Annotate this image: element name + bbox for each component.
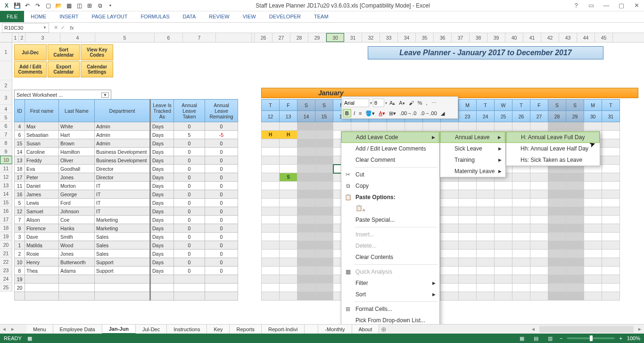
- calendar-cell[interactable]: [315, 250, 333, 258]
- calendar-cell[interactable]: [262, 284, 280, 292]
- calendar-cell[interactable]: [477, 267, 495, 275]
- calendar-cell[interactable]: [441, 284, 459, 292]
- calendar-cell[interactable]: [280, 275, 297, 284]
- calendar-cell[interactable]: [495, 122, 512, 131]
- table-row[interactable]: 8TheaAdamsSupportDays00: [15, 267, 238, 275]
- name-box-dropdown-icon[interactable]: ▼: [43, 25, 47, 30]
- menu-item[interactable]: H: Annual Leave Full Day: [506, 132, 600, 143]
- calendar-cell[interactable]: [297, 292, 315, 301]
- col-header[interactable]: 39: [487, 33, 505, 42]
- increase-font-icon[interactable]: A▴: [388, 100, 396, 106]
- sheet-tab[interactable]: Jan-Jun: [102, 325, 136, 334]
- calendar-cell[interactable]: [495, 250, 512, 258]
- maximize-icon[interactable]: ▢: [616, 2, 627, 9]
- col-header[interactable]: 37: [452, 33, 470, 42]
- calendar-cell[interactable]: [459, 275, 477, 284]
- calendar-cell[interactable]: [477, 233, 495, 241]
- new-icon[interactable]: ▢: [43, 1, 53, 10]
- row-header[interactable]: 21: [0, 249, 12, 258]
- calendar-cell[interactable]: [280, 250, 297, 258]
- calendar-cell[interactable]: [602, 131, 620, 139]
- comma-icon[interactable]: ,: [424, 100, 429, 106]
- calendar-cell[interactable]: [530, 216, 548, 224]
- calendar-cell[interactable]: [315, 139, 333, 148]
- table-row[interactable]: 13FreddyOliverBusiness DevelopmentDays00: [15, 156, 238, 165]
- calendar-cell[interactable]: [459, 207, 477, 216]
- cal-date-header[interactable]: 24: [477, 111, 495, 122]
- row-header[interactable]: 2: [0, 80, 12, 91]
- col-header[interactable]: [216, 33, 252, 42]
- zoom-level[interactable]: 100%: [627, 335, 640, 341]
- calendar-cell[interactable]: [602, 182, 620, 190]
- calendar-cell[interactable]: [495, 233, 512, 241]
- calendar-cell[interactable]: [512, 267, 530, 275]
- export-calendar-button[interactable]: Export Calendar: [48, 61, 80, 77]
- align-icon[interactable]: ≡: [357, 110, 363, 116]
- row-header[interactable]: 23: [0, 266, 12, 275]
- calendar-cell[interactable]: [566, 190, 584, 199]
- menu-item[interactable]: 📋Paste Options:: [341, 192, 439, 203]
- calendar-cell[interactable]: [459, 182, 477, 190]
- cal-day-header[interactable]: M: [584, 100, 602, 111]
- calendar-cell[interactable]: [297, 233, 315, 241]
- ribbon-tab-pagelayout[interactable]: PAGE LAYOUT: [85, 11, 134, 22]
- name-box[interactable]: R10C30 ▼: [2, 23, 49, 33]
- calendar-cell[interactable]: [459, 267, 477, 275]
- table-row[interactable]: 6SebastianHartAdminDays5-5: [15, 131, 238, 139]
- menu-item[interactable]: Annual Leave▶: [440, 132, 505, 143]
- row-header[interactable]: 12: [0, 173, 12, 181]
- col-taken[interactable]: Annual Leave Taken: [174, 100, 205, 122]
- table-row[interactable]: 16JamesGeorgeITDays00: [15, 190, 238, 199]
- calendar-cell[interactable]: [441, 258, 459, 267]
- calendar-cell[interactable]: [602, 267, 620, 275]
- calendar-cell[interactable]: [315, 267, 333, 275]
- calendar-cell[interactable]: [441, 233, 459, 241]
- table-row[interactable]: 11DanielMortonITDays00: [15, 182, 238, 190]
- calendar-cell[interactable]: [315, 182, 333, 190]
- row-header[interactable]: 15: [0, 198, 12, 207]
- menu-item[interactable]: Add / Edit Leave Comments: [341, 143, 439, 154]
- row-header[interactable]: 20: [0, 241, 12, 249]
- row-header[interactable]: 24: [0, 275, 12, 283]
- col-header[interactable]: 31: [344, 33, 362, 42]
- calendar-cell[interactable]: [280, 199, 297, 207]
- cal-date-header[interactable]: 12: [262, 111, 280, 122]
- more-icon[interactable]: ⋯: [430, 100, 438, 106]
- ribbon-tab-review[interactable]: REVIEW: [202, 11, 236, 22]
- zoom-in-icon[interactable]: +: [619, 335, 622, 341]
- menu-item[interactable]: ✂Cut: [341, 169, 439, 180]
- cancel-formula-icon[interactable]: ✕: [54, 25, 58, 31]
- qat-icon-7[interactable]: ▦: [64, 1, 74, 10]
- calendar-cell[interactable]: [297, 190, 315, 199]
- page-break-view-icon[interactable]: ▥: [545, 335, 555, 342]
- table-row[interactable]: 3DaveSmithSalesDays00: [15, 233, 238, 241]
- col-header[interactable]: 35: [416, 33, 434, 42]
- calendar-cell[interactable]: [477, 224, 495, 233]
- cal-day-header[interactable]: S: [548, 100, 566, 111]
- ribbon-tab-formulas[interactable]: FORMULAS: [134, 11, 176, 22]
- qat-dropdown-icon[interactable]: ▾: [106, 1, 115, 10]
- cal-day-header[interactable]: T: [477, 100, 495, 111]
- calendar-cell[interactable]: [584, 275, 602, 284]
- borders-icon[interactable]: ⊞▾: [388, 110, 397, 117]
- calendar-cell[interactable]: [477, 182, 495, 190]
- calendar-cell[interactable]: [441, 292, 459, 301]
- calendar-cell[interactable]: [297, 224, 315, 233]
- cal-day-header[interactable]: T: [512, 100, 530, 111]
- calendar-cell[interactable]: [297, 173, 315, 182]
- calendar-cell[interactable]: [262, 233, 280, 241]
- menu-item[interactable]: Paste Special...: [341, 214, 439, 226]
- row-header[interactable]: 1: [0, 42, 12, 61]
- calendar-cell[interactable]: [297, 148, 315, 156]
- sheet-tab[interactable]: Jul-Dec: [136, 325, 167, 334]
- calendar-cell[interactable]: H: [280, 131, 297, 139]
- cal-day-header[interactable]: F: [530, 100, 548, 111]
- calendar-cell[interactable]: [566, 258, 584, 267]
- cal-date-header[interactable]: 26: [512, 111, 530, 122]
- calendar-cell[interactable]: [548, 216, 566, 224]
- calendar-cell[interactable]: [602, 199, 620, 207]
- calendar-cell[interactable]: [459, 292, 477, 301]
- calendar-cell[interactable]: [333, 122, 351, 131]
- sheet-tab[interactable]: Key: [207, 325, 230, 334]
- calendar-cell[interactable]: [602, 156, 620, 165]
